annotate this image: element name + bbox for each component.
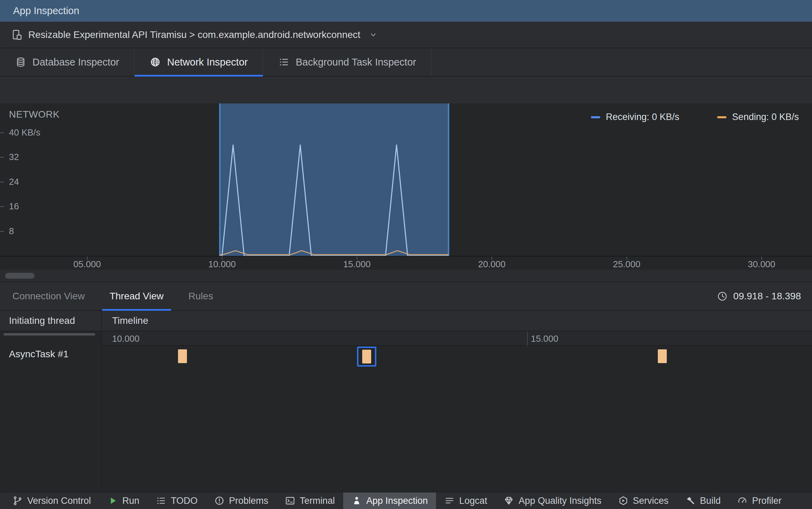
network-event-selected[interactable] <box>357 347 376 367</box>
toolwindow-label: App Quality Insights <box>518 496 601 506</box>
toolwindow-profiler[interactable]: Profiler <box>729 492 790 509</box>
thread-column: AsyncTask #1 <box>0 331 102 492</box>
legend-swatch <box>717 116 726 118</box>
view-tab-label: Thread View <box>110 291 164 302</box>
chart-time-axis: 05.00010.00015.00020.00025.00030.000 <box>0 256 812 270</box>
y-axis-tick <box>0 157 4 158</box>
legend-item: Receiving: 0 KB/s <box>591 112 679 122</box>
toolwindow-problems[interactable]: Problems <box>206 492 277 509</box>
y-axis-label: 16 <box>9 201 19 212</box>
services-icon <box>618 496 628 506</box>
toolwindow-build[interactable]: Build <box>677 492 729 509</box>
toolwindow-terminal[interactable]: Terminal <box>277 492 343 509</box>
tab-background-task-inspector[interactable]: Background Task Inspector <box>263 48 432 76</box>
clock-icon <box>717 291 728 302</box>
checklist-icon <box>278 57 289 68</box>
network-event-block[interactable] <box>178 349 187 363</box>
view-tab-bar: Connection ViewThread ViewRules 09.918 -… <box>0 282 812 311</box>
selection-handle-left[interactable] <box>219 103 220 256</box>
toolwindow-version-control[interactable]: Version Control <box>4 492 99 509</box>
panel-title: App Inspection <box>13 5 79 17</box>
toolwindow-app-quality-insights[interactable]: App Quality Insights <box>495 492 610 509</box>
selected-range-label: 09.918 - 18.398 <box>733 291 801 302</box>
toolwindow-services[interactable]: Services <box>610 492 677 509</box>
hammer-icon <box>685 496 695 506</box>
view-tab-connection-view[interactable]: Connection View <box>0 282 97 310</box>
x-axis-label: 30.000 <box>748 259 775 270</box>
tool-window-bar: Version ControlRunTODOProblemsTerminalAp… <box>0 492 812 509</box>
toolwindow-todo[interactable]: TODO <box>148 492 206 509</box>
y-axis-label: 32 <box>9 152 19 162</box>
timeline-panel: 10.00015.000 <box>102 331 812 492</box>
network-event-block[interactable] <box>658 349 667 363</box>
thread-column-scrollbar[interactable] <box>3 333 95 336</box>
y-axis-tick <box>0 182 4 182</box>
chart-title: NETWORK <box>9 109 60 120</box>
inspector-tab-bar: Database InspectorNetwork InspectorBackg… <box>0 48 812 77</box>
thread-name: AsyncTask #1 <box>9 349 69 360</box>
legend-label: Sending: 0 KB/s <box>732 112 799 122</box>
device-icon <box>11 29 23 41</box>
legend-item: Sending: 0 KB/s <box>717 112 799 122</box>
chart-scrollbar-thumb[interactable] <box>5 273 34 279</box>
y-axis-label: 24 <box>9 177 19 187</box>
process-selector[interactable]: Resizable Experimental API Tiramisu > co… <box>0 22 812 48</box>
toolwindow-label: TODO <box>171 496 198 506</box>
play-icon <box>108 496 118 506</box>
column-header-initiating-thread[interactable]: Initiating thread <box>0 311 102 331</box>
network-event-block[interactable] <box>362 350 371 363</box>
toolwindow-run[interactable]: Run <box>99 492 148 509</box>
toolwindow-label: Terminal <box>300 496 335 506</box>
column-header-timeline[interactable]: Timeline <box>102 311 812 331</box>
profiler-icon <box>737 496 747 506</box>
x-axis-label: 15.000 <box>343 259 371 270</box>
globe-icon <box>150 57 161 68</box>
toolwindow-label: Problems <box>229 496 268 506</box>
toolwindow-label: Build <box>700 496 721 506</box>
problems-icon <box>214 496 225 506</box>
gem-icon <box>504 496 514 506</box>
view-tab-label: Rules <box>188 291 213 302</box>
tab-database-inspector[interactable]: Database Inspector <box>0 48 135 76</box>
view-tab-label: Connection View <box>12 291 85 302</box>
inspector-toolbar <box>0 77 812 103</box>
x-axis-label: 20.000 <box>478 259 506 270</box>
timeline-scale: 10.00015.000 <box>102 331 812 346</box>
process-label: Resizable Experimental API Tiramisu > co… <box>28 29 360 40</box>
todo-icon <box>156 496 166 506</box>
timeline-scale-label: 10.000 <box>112 333 140 344</box>
tab-label: Database Inspector <box>32 57 119 68</box>
terminal-icon <box>285 496 295 506</box>
x-axis-label: 05.000 <box>73 259 101 270</box>
chart-legend: Receiving: 0 KB/sSending: 0 KB/s <box>591 112 799 122</box>
logcat-icon <box>444 496 455 506</box>
y-axis-label: 40 KB/s <box>9 127 40 138</box>
legend-label: Receiving: 0 KB/s <box>606 112 679 122</box>
tab-network-inspector[interactable]: Network Inspector <box>135 48 263 76</box>
toolwindow-label: Profiler <box>752 496 782 506</box>
y-axis-tick <box>0 132 4 133</box>
thread-table-header: Initiating thread Timeline <box>0 311 812 331</box>
chart-selection-region[interactable] <box>220 103 448 256</box>
selection-handle-right[interactable] <box>448 103 449 256</box>
x-axis-label: 25.000 <box>613 259 641 270</box>
toolwindow-logcat[interactable]: Logcat <box>436 492 495 509</box>
view-tabs: Connection ViewThread ViewRules <box>0 282 226 310</box>
y-axis-label: 8 <box>9 226 14 237</box>
network-usage-chart[interactable] <box>0 103 812 256</box>
thread-table-body: AsyncTask #1 10.00015.000 <box>0 331 812 492</box>
timeline-gridline <box>527 331 528 346</box>
y-axis-tick <box>0 206 4 207</box>
toolwindow-label: App Inspection <box>366 496 428 506</box>
tab-label: Network Inspector <box>167 57 248 68</box>
timeline-scale-label: 15.000 <box>531 333 558 344</box>
app-inspection-window: App Inspection Resizable Experimental AP… <box>0 0 812 509</box>
x-axis-label: 10.000 <box>208 259 236 270</box>
toolwindow-app-inspection[interactable]: App Inspection <box>343 492 436 509</box>
chart-scrollbar-track <box>0 270 812 282</box>
view-tab-rules[interactable]: Rules <box>176 282 226 310</box>
network-chart-area: NETWORK Receiving: 0 KB/sSending: 0 KB/s… <box>0 103 812 256</box>
view-tab-thread-view[interactable]: Thread View <box>97 282 176 310</box>
process-dropdown-chevron[interactable] <box>368 30 378 40</box>
selected-time-range: 09.918 - 18.398 <box>717 282 801 310</box>
